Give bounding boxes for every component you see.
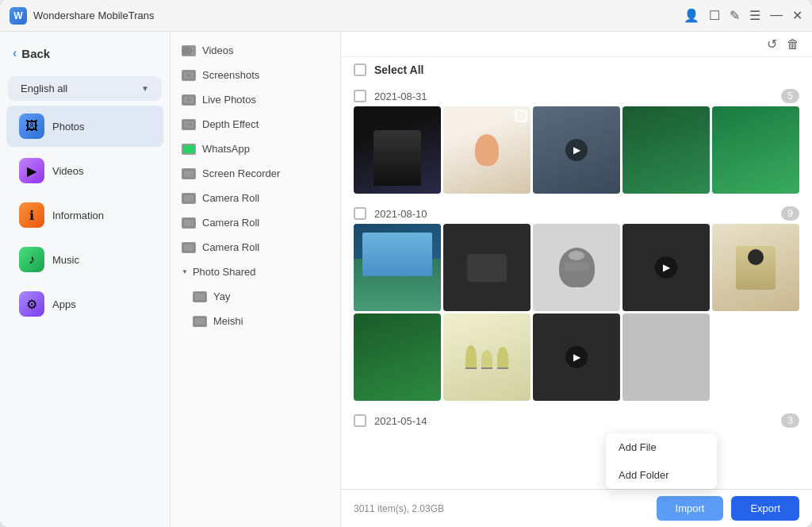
photo-cell[interactable] — [443, 314, 530, 401]
language-dropdown[interactable]: English all ▼ — [8, 76, 162, 101]
whatsapp-icon — [182, 144, 196, 155]
date-section-3: 2021-05-14 3 — [341, 407, 812, 431]
select-all-row: Select All — [341, 57, 812, 83]
photo-cell[interactable] — [712, 224, 799, 311]
menu-icon[interactable]: ☰ — [749, 8, 760, 23]
photo-cell[interactable] — [354, 314, 441, 401]
photo-cell[interactable] — [622, 106, 710, 194]
svg-rect-14 — [194, 293, 205, 301]
date-3-count: 3 — [781, 414, 799, 428]
svg-rect-13 — [183, 244, 194, 252]
photo-cell[interactable]: ▶ — [533, 106, 620, 194]
middle-item-camera-roll-2[interactable]: Camera Roll — [170, 210, 340, 235]
item-count: 3011 item(s), 2.03GB — [354, 503, 649, 514]
play-icon[interactable]: ▶ — [655, 256, 677, 279]
svg-rect-9 — [183, 145, 194, 153]
videos-nav-icon: ▶ — [19, 158, 44, 183]
date-2-count: 9 — [781, 206, 799, 221]
app-title: Wondershare MobileTrans — [33, 10, 684, 21]
date-1-label: 2021-08-31 — [374, 90, 427, 102]
music-nav-icon: ♪ — [19, 247, 44, 272]
add-folder-menu-item[interactable]: Add Folder — [606, 461, 717, 489]
sidebar-item-videos[interactable]: ▶ Videos — [6, 150, 163, 191]
photo-grid-1: ▶ — [341, 106, 812, 200]
svg-point-8 — [189, 123, 192, 126]
video-icon — [182, 45, 196, 56]
camera-roll-2-icon — [182, 217, 196, 229]
sidebar-item-photos[interactable]: 🖼 Photos — [6, 106, 163, 147]
svg-marker-1 — [190, 48, 193, 53]
middle-item-depth-effect[interactable]: Depth Effect — [170, 112, 340, 137]
svg-point-7 — [186, 123, 189, 126]
middle-item-camera-roll-3[interactable]: Camera Roll — [170, 235, 340, 260]
middle-item-screenshots[interactable]: Screenshots — [170, 63, 340, 87]
photo-shared-header[interactable]: ▼ Photo Shared — [170, 260, 340, 284]
camera-roll-1-icon — [182, 193, 196, 204]
screen-recorder-icon — [182, 168, 196, 179]
camera-roll-3-icon — [182, 242, 196, 253]
date-1-count: 5 — [781, 89, 799, 103]
date-2-checkbox[interactable] — [354, 207, 366, 220]
photo-cell[interactable] — [533, 224, 620, 311]
sidebar-item-apps[interactable]: ⚙ Apps — [6, 283, 163, 325]
import-button[interactable]: Import — [657, 496, 724, 521]
add-file-menu-item[interactable]: Add File — [606, 433, 717, 461]
photo-cell[interactable] — [354, 224, 441, 311]
play-icon[interactable]: ▶ — [565, 346, 588, 368]
middle-item-yay[interactable]: Yay — [170, 284, 340, 309]
apps-nav-icon: ⚙ — [19, 291, 44, 317]
photo-cell[interactable]: ▶ — [622, 224, 710, 311]
date-section-2: 2021-08-10 9 — [341, 200, 812, 224]
dropdown-menu: Add File Add Folder — [606, 433, 717, 489]
profile-icon[interactable]: 👤 — [684, 8, 699, 23]
svg-rect-12 — [183, 219, 194, 227]
chevron-down-icon: ▼ — [141, 84, 149, 93]
minimize-icon[interactable]: — — [770, 8, 783, 23]
delete-icon[interactable]: 🗑 — [787, 37, 799, 52]
sidebar-item-music[interactable]: ♪ Music — [6, 239, 163, 280]
middle-item-screen-recorder[interactable]: Screen Recorder — [170, 161, 340, 186]
date-section-1: 2021-08-31 5 — [341, 83, 812, 106]
date-3-label: 2021-05-14 — [374, 415, 427, 427]
svg-point-5 — [187, 98, 190, 102]
bottom-bar: 3011 item(s), 2.03GB Import Export — [341, 489, 812, 527]
photos-nav-icon: 🖼 — [19, 113, 44, 139]
edit-icon[interactable]: ✎ — [730, 8, 740, 23]
date-3-checkbox[interactable] — [354, 414, 366, 427]
middle-item-meishi[interactable]: Meishi — [170, 309, 340, 333]
undo-icon[interactable]: ↺ — [767, 37, 777, 52]
photo-checkbox[interactable] — [515, 110, 527, 122]
sidebar-item-information[interactable]: ℹ Information — [6, 194, 163, 236]
select-all-checkbox[interactable] — [354, 63, 366, 76]
svg-point-3 — [187, 73, 191, 77]
svg-rect-0 — [182, 47, 190, 55]
middle-item-live-photos[interactable]: Live Photos — [170, 87, 340, 112]
back-arrow-icon: ‹ — [13, 46, 17, 60]
photo-cell[interactable] — [443, 224, 530, 311]
minimize-window-icon[interactable]: ☐ — [709, 8, 720, 23]
play-icon[interactable]: ▶ — [565, 139, 588, 161]
svg-rect-11 — [183, 194, 194, 202]
triangle-icon: ▼ — [182, 268, 188, 275]
select-all-label: Select All — [374, 63, 424, 76]
photo-grid-2: ▶ — [341, 224, 812, 407]
depth-effect-icon — [182, 119, 196, 130]
export-button[interactable]: Export — [731, 496, 799, 521]
photo-cell[interactable]: ▶ — [533, 314, 620, 401]
yay-icon — [193, 291, 207, 302]
middle-item-camera-roll-1[interactable]: Camera Roll — [170, 186, 340, 210]
middle-item-videos[interactable]: Videos — [170, 38, 340, 63]
photo-cell[interactable] — [712, 106, 799, 194]
screenshot-icon — [182, 70, 196, 81]
app-icon: W — [10, 7, 27, 25]
live-photos-icon — [182, 94, 196, 106]
date-1-checkbox[interactable] — [354, 90, 366, 102]
close-icon[interactable]: ✕ — [792, 8, 802, 23]
photo-cell[interactable] — [443, 106, 530, 194]
photo-cell[interactable] — [354, 106, 441, 194]
svg-rect-10 — [183, 170, 194, 178]
date-2-label: 2021-08-10 — [374, 208, 427, 220]
photo-cell[interactable] — [622, 314, 710, 401]
back-button[interactable]: ‹ Back — [0, 40, 170, 67]
middle-item-whatsapp[interactable]: WhatsApp — [170, 137, 340, 161]
